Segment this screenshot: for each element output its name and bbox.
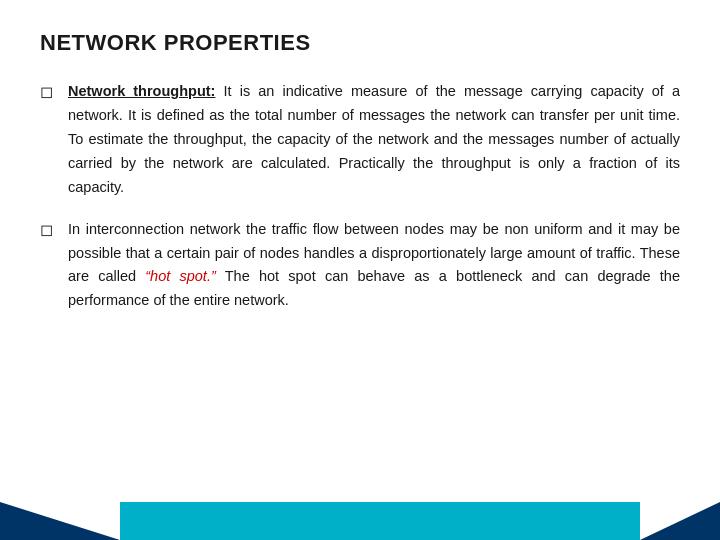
bullet-marker-2: ◻ [40, 220, 58, 239]
bullet-item-1: ◻ Network throughput: It is an indicativ… [40, 80, 680, 200]
bottom-decoration [0, 502, 720, 540]
slide-container: NETWORK PROPERTIES ◻ Network throughput:… [0, 0, 720, 540]
bar-right-dark [640, 502, 720, 540]
bullet-item-2: ◻ In interconnection network the traffic… [40, 218, 680, 314]
bullet-text-2: In interconnection network the traffic f… [68, 218, 680, 314]
bullet-marker-1: ◻ [40, 82, 58, 101]
bullet1-body: It is an indicative measure of the messa… [68, 83, 680, 195]
term-throughput: Network throughput: [68, 83, 215, 99]
bar-teal [120, 502, 640, 540]
content-area: ◻ Network throughput: It is an indicativ… [40, 80, 680, 313]
slide-title: NETWORK PROPERTIES [40, 30, 680, 56]
bullet-text-1: Network throughput: It is an indicative … [68, 80, 680, 200]
hot-spot-term: “hot spot.” [145, 268, 215, 284]
bar-dark-blue [0, 502, 120, 540]
